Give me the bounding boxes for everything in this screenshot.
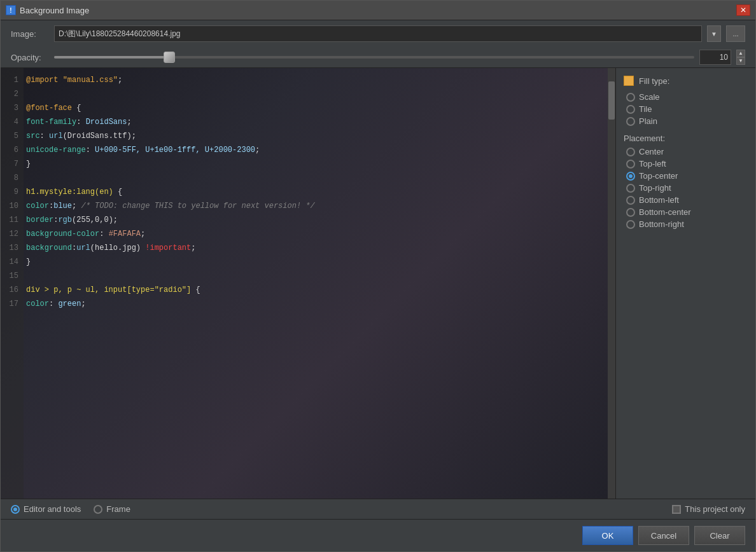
placement-option-bottom-right[interactable]: Bottom-right (626, 219, 748, 229)
line-number: 3 (1, 101, 24, 115)
fill-options: ScaleTilePlain (626, 92, 748, 126)
editor-tools-option[interactable]: Editor and tools (11, 504, 81, 514)
slider-thumb[interactable] (164, 52, 175, 63)
code-line: src: url(DroidSans.ttf); (26, 129, 603, 143)
opacity-spin-buttons: ▲ ▼ (736, 50, 745, 65)
close-button[interactable]: ✕ (736, 4, 750, 16)
frame-option[interactable]: Frame (94, 504, 130, 514)
line-number: 10 (1, 199, 24, 213)
image-dropdown-button[interactable]: ▼ (707, 25, 721, 42)
code-line: } (26, 255, 603, 269)
code-line (26, 171, 603, 185)
opacity-slider[interactable] (54, 56, 694, 59)
ok-button[interactable]: OK (582, 526, 633, 545)
code-line: h1.mystyle:lang(en) { (26, 185, 603, 199)
color-swatch[interactable] (624, 76, 634, 86)
fill-radio-tile[interactable] (626, 105, 635, 114)
placement-option-top-left[interactable]: Top-left (626, 159, 748, 169)
code-line: color:blue; /* TODO: change THIS to yell… (26, 199, 603, 213)
frame-radio[interactable] (94, 505, 102, 514)
placement-label-center: Center (639, 147, 664, 156)
cancel-button[interactable]: Cancel (638, 526, 689, 545)
code-line: background:url(hello.jpg) !important; (26, 241, 603, 255)
fill-label-scale: Scale (639, 92, 660, 102)
app-icon: ! (6, 5, 16, 15)
fill-label-plain: Plain (639, 116, 657, 126)
spin-up-button[interactable]: ▲ (736, 50, 745, 57)
opacity-value-input[interactable] (699, 50, 731, 65)
this-project-label: This project only (685, 504, 745, 514)
line-number: 4 (1, 115, 24, 129)
line-number: 11 (1, 213, 24, 227)
this-project-option[interactable]: This project only (672, 504, 745, 514)
placement-option-top-right[interactable]: Top-right (626, 183, 748, 193)
line-number: 7 (1, 157, 24, 171)
code-line: unicode-range: U+000-5FF, U+1e00-1fff, U… (26, 143, 603, 157)
placement-option-bottom-center[interactable]: Bottom-center (626, 207, 748, 217)
line-number: 5 (1, 129, 24, 143)
editor-scrollbar[interactable] (608, 68, 615, 499)
image-row: Image: ▼ ... (1, 20, 755, 47)
placement-label: Placement: (624, 134, 748, 143)
fill-type-header: Fill type: (624, 76, 748, 86)
line-number: 6 (1, 143, 24, 157)
placement-label-bottom-left: Bottom-left (639, 195, 679, 205)
placement-label-top-left: Top-left (639, 159, 666, 169)
right-panel: Fill type: ScaleTilePlain Placement: Cen… (615, 68, 755, 499)
fill-radio-scale[interactable] (626, 93, 635, 102)
placement-radio-bottom-center[interactable] (626, 208, 635, 217)
clear-button[interactable]: Clear (694, 526, 745, 545)
placement-radio-center[interactable] (626, 148, 635, 156)
code-content: @import "manual.css"; @font-face { font-… (24, 68, 608, 499)
placement-label-bottom-right: Bottom-right (639, 219, 684, 229)
fill-radio-plain[interactable] (626, 117, 635, 126)
this-project-checkbox[interactable] (672, 505, 681, 514)
placement-option-top-center[interactable]: Top-center (626, 171, 748, 181)
opacity-label: Opacity: (11, 53, 49, 62)
code-line: border:rgb(255,0,0); (26, 213, 603, 227)
placement-radio-bottom-left[interactable] (626, 196, 635, 205)
placement-radio-top-center[interactable] (626, 172, 635, 181)
placement-options: CenterTop-leftTop-centerTop-rightBottom-… (626, 147, 748, 229)
placement-radio-top-left[interactable] (626, 160, 635, 169)
line-number: 12 (1, 227, 24, 241)
code-line: background-color: #FAFAFA; (26, 227, 603, 241)
image-browse-button[interactable]: ... (726, 25, 745, 42)
line-number: 1 (1, 73, 24, 87)
editor-tools-radio[interactable] (11, 505, 20, 514)
placement-option-bottom-left[interactable]: Bottom-left (626, 195, 748, 205)
line-number: 17 (1, 297, 24, 311)
line-number: 15 (1, 269, 24, 283)
title-bar-left: ! Background Image (6, 5, 89, 15)
code-line: @font-face { (26, 101, 603, 115)
slider-fill (54, 56, 169, 59)
code-line: } (26, 157, 603, 171)
fill-label-tile: Tile (639, 104, 652, 114)
line-number: 8 (1, 171, 24, 185)
scrollbar-thumb[interactable] (608, 81, 615, 120)
dialog-title: Background Image (20, 6, 89, 15)
code-line: color: green; (26, 297, 603, 311)
image-label: Image: (11, 29, 49, 39)
code-line: font-family: DroidSans; (26, 115, 603, 129)
line-number: 16 (1, 283, 24, 297)
main-content: 1234567891011121314151617 @import "manua… (1, 67, 755, 499)
placement-radio-bottom-right[interactable] (626, 220, 635, 229)
code-line (26, 269, 603, 283)
dialog-background-image: ! Background Image ✕ Image: ▼ ... Opacit… (0, 0, 756, 552)
fill-option-scale[interactable]: Scale (626, 92, 748, 102)
spin-down-button[interactable]: ▼ (736, 57, 745, 65)
fill-option-tile[interactable]: Tile (626, 104, 748, 114)
line-number: 13 (1, 241, 24, 255)
image-path-input[interactable] (54, 25, 702, 42)
fill-option-plain[interactable]: Plain (626, 116, 748, 126)
line-number: 9 (1, 185, 24, 199)
code-editor[interactable]: 1234567891011121314151617 @import "manua… (1, 68, 615, 499)
placement-option-center[interactable]: Center (626, 147, 748, 156)
opacity-row: Opacity: ▲ ▼ (1, 47, 755, 67)
title-bar: ! Background Image ✕ (1, 1, 755, 20)
code-line: @import "manual.css"; (26, 73, 603, 87)
placement-radio-top-right[interactable] (626, 184, 635, 193)
line-numbers: 1234567891011121314151617 (1, 68, 24, 499)
action-row: OK Cancel Clear (1, 519, 755, 551)
